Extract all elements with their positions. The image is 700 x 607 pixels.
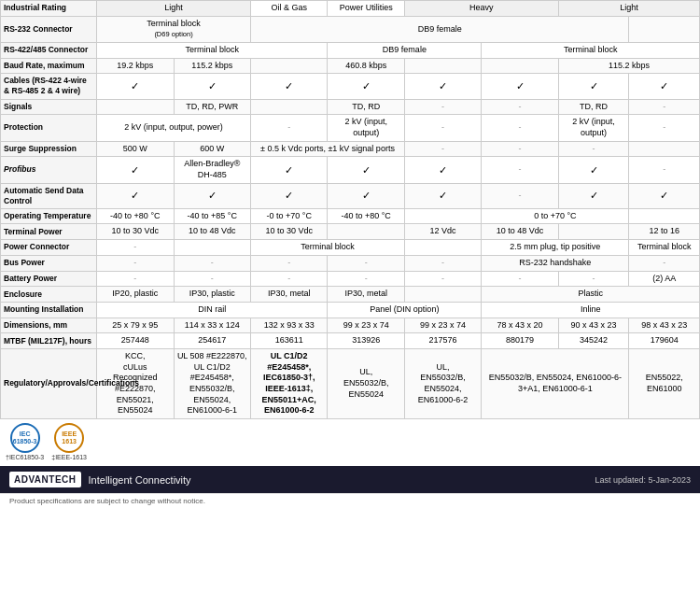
table-row: Battery Power - - - - - - - (2) AA [1,271,700,287]
row-label-signals: Signals [1,99,97,115]
cell: ✓ [250,183,327,208]
cell: -0 to +70 °C [250,208,327,224]
cell: - [482,99,558,115]
cell: Terminal block [250,240,404,256]
footer: ADVANTECH Intelligent Connectivity Last … [0,466,700,493]
table-row: Surge Suppression 500 W 600 W ± 0.5 k Vd… [1,141,700,157]
cell: - [482,271,558,287]
cell: 2 kV (input, output) [558,115,629,141]
cell: - [328,271,404,287]
row-label-termpower: Terminal Power [1,224,97,240]
cell: ✓ [404,157,481,183]
badges-area: IEC61850-3 †IEC61850-3 IEEE1613 ‡IEEE-16… [0,419,700,464]
cell: 163611 [250,333,327,349]
cell: 25 x 79 x 95 [97,318,174,333]
cell: IP30, plastic [174,287,250,303]
cell [558,224,629,240]
footer-date: Last updated: 5-Jan-2023 [595,475,691,485]
cell: ± 0.5 k Vdc ports, ±1 kV signal ports [250,141,404,157]
cell [482,58,558,74]
row-label-regulatory: Regulatory/Approvals/Certifications [1,348,97,418]
cell: ✓ [558,183,629,208]
table-row: Regulatory/Approvals/Certifications KCC,… [1,348,700,418]
cell: - [404,141,481,157]
cell [629,208,700,224]
cell: 217576 [404,333,481,349]
cell: - [482,115,558,141]
table-row: Signals TD, RD, PWR TD, RD - - TD, RD - [1,99,700,115]
table-row: Bus Power - - - - - RS-232 handshake - [1,255,700,271]
cell: - [174,255,250,271]
cell: ✓ [328,74,404,99]
cell: 10 to 48 Vdc [174,224,250,240]
row-label-dimensions: Dimensions, mm [1,318,97,333]
cell: -40 to +80 °C [328,208,404,224]
table-row: MTBF (MIL217F), hours 257448 254617 1636… [1,333,700,349]
cell: - [404,115,481,141]
cell: ✓ [328,157,404,183]
cell: ✓ [97,183,174,208]
table-row: Dimensions, mm 25 x 79 x 95 114 x 33 x 1… [1,318,700,333]
table-row: Protection 2 kV (input, output, power) -… [1,115,700,141]
badge-ieee1613: IEEE1613 ‡IEEE-1613 [51,423,87,460]
cell: UL,EN55032/B,EN55024,EN61000-6-2 [404,348,481,418]
row-label-baudrate: Baud Rate, maximum [1,58,97,74]
cell: ✓ [174,183,250,208]
row-label-mounting: Mounting Installation [1,302,97,318]
spec-table: Industrial Rating Light Oil & Gas Power … [0,0,700,419]
cell: 500 W [97,141,174,157]
cell: 12 to 16 [629,224,700,240]
row-label-battpower: Battery Power [1,271,97,287]
table-row: Enclosure IP20, plastic IP30, plastic IP… [1,287,700,303]
cell: UL C1/D2 #E245458*,IEC61850-3†,IEEE-1613… [250,348,327,418]
cell: ✓ [629,74,700,99]
cell: - [482,183,558,208]
row-label-profibus: Profibus [1,157,97,183]
cell: ✓ [174,74,250,99]
cell: IP30, metal [328,287,404,303]
cell: - [97,255,174,271]
cell: DIN rail [97,302,328,318]
cell: 114 x 33 x 124 [174,318,250,333]
cell: 115.2 kbps [558,58,699,74]
cell: - [250,115,327,141]
cell: RS-232 handshake [482,255,629,271]
cell [404,287,481,303]
table-row: Power Connector - Terminal block 2.5 mm … [1,240,700,256]
cell: 345242 [558,333,629,349]
cell: - [97,271,174,287]
row-label-rs422: RS-422/485 Connector [1,43,97,59]
row-label-surge: Surge Suppression [1,141,97,157]
cell: ✓ [250,157,327,183]
cell: 10 to 30 Vdc [97,224,174,240]
cell: Power Utilities [328,1,404,17]
cell: ✓ [629,183,700,208]
table-row: RS-422/485 Connector Terminal block DB9 … [1,43,700,59]
row-label-protection: Protection [1,115,97,141]
cell: EN55022,EN61000 [629,348,700,418]
cell [250,58,327,74]
cell [404,58,481,74]
cell: 10 to 48 Vdc [482,224,558,240]
row-label-enclosure: Enclosure [1,287,97,303]
row-label-cables: Cables (RS-422 4-wire & RS-485 2 & 4 wir… [1,74,97,99]
cell: - [404,99,481,115]
cell: - [558,141,629,157]
cell: -40 to +85 °C [174,208,250,224]
badge-circle-ieee: IEEE1613 [54,423,84,453]
cell: - [629,115,700,141]
table-row: Terminal Power 10 to 30 Vdc 10 to 48 Vdc… [1,224,700,240]
cell: - [97,240,174,256]
table-row: Mounting Installation DIN rail Panel (DI… [1,302,700,318]
badge-circle-iec: IEC61850-3 [10,423,40,453]
cell: TD, RD [328,99,404,115]
badge-label-ieee: ‡IEEE-1613 [51,454,87,460]
cell [404,240,481,256]
badge-label-iec: †IEC61850-3 [6,454,44,460]
cell: Heavy [404,1,558,17]
cell: - [482,141,558,157]
cell: ✓ [97,74,174,99]
cell: Terminal block [97,43,328,59]
cell: ✓ [482,74,558,99]
cell: DB9 female [328,43,482,59]
